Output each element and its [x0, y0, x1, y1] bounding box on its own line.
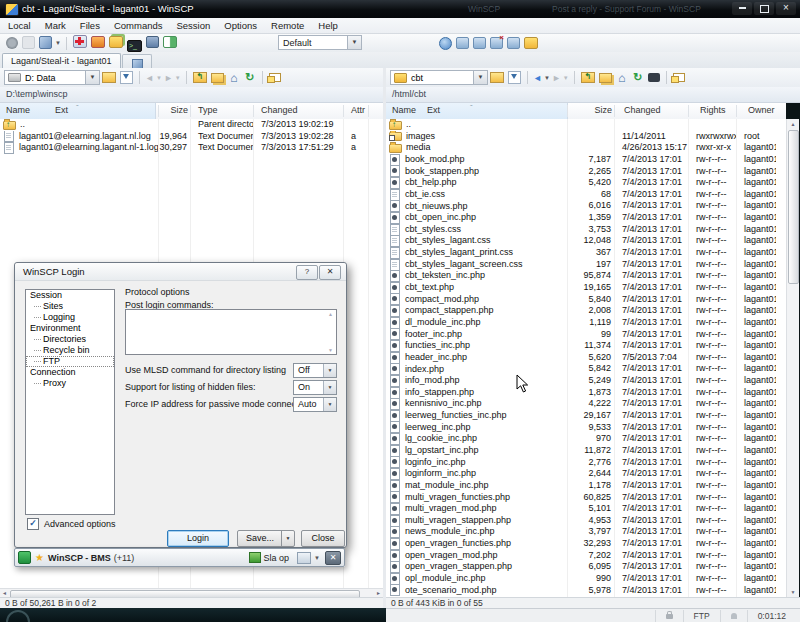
table-row[interactable]: dl_module_inc.php1,1197/4/2013 17:01rw-r… [386, 317, 786, 329]
table-row[interactable]: kennisnivo_inc.php4,2227/4/2013 17:01rw-… [386, 398, 786, 410]
table-row[interactable]: lagant01@elearning.lagant.nl.log19,964Te… [0, 131, 383, 143]
table-row[interactable]: media4/26/2013 15:17rwxr-xr-xlagant01 [386, 142, 786, 154]
table-row[interactable]: footer_inc.php997/4/2013 17:01rw-r--r--l… [386, 329, 786, 341]
table-row[interactable]: functies_inc.php11,3747/4/2013 17:01rw-r… [386, 340, 786, 352]
help-icon[interactable]: ? [296, 265, 318, 280]
option-select[interactable]: Auto▼ [293, 397, 337, 412]
column-attr[interactable]: Attr [351, 105, 365, 115]
transfer-settings-icon[interactable] [91, 36, 105, 48]
table-row[interactable]: open_vragen_stappen.php6,0957/4/2013 17:… [386, 561, 786, 573]
menu-item-mark[interactable]: Mark [45, 20, 66, 31]
home-directory-icon[interactable]: ⌂ [228, 72, 240, 84]
remote-vertical-scrollbar[interactable]: ▲ ▼ [786, 119, 799, 597]
menu-item-local[interactable]: Local [8, 20, 31, 31]
remote-column-header[interactable]: Name Ext ˆ Size Changed Rights Owner [386, 103, 786, 120]
table-row[interactable]: cbt_styles_lagant_print.css3677/4/2013 1… [386, 247, 786, 259]
back-icon[interactable]: ◄ [145, 73, 154, 83]
table-row[interactable]: cbt_text.php19,1657/4/2013 17:01rw-r--r-… [386, 282, 786, 294]
table-row[interactable]: book_stappen.php2,2657/4/2013 17:01rw-r-… [386, 166, 786, 178]
table-row[interactable]: multi_vragen_mod.php5,1017/4/2013 17:01r… [386, 503, 786, 515]
column-changed[interactable]: Changed [261, 105, 298, 115]
table-row[interactable]: compact_mod.php5,8407/4/2013 17:01rw-r--… [386, 294, 786, 306]
option-select[interactable]: Off▼ [293, 363, 337, 378]
table-row[interactable]: lg_opstart_inc.php11,8727/4/2013 17:01rw… [386, 445, 786, 457]
menu-item-remote[interactable]: Remote [271, 20, 304, 31]
find-files-icon[interactable] [648, 73, 660, 82]
table-row[interactable]: opl_module_inc.php9907/4/2013 17:01rw-r-… [386, 573, 786, 585]
directory-tree-icon[interactable] [211, 73, 224, 83]
tree-item-proxy[interactable]: Proxy [26, 378, 114, 389]
table-row[interactable]: leerweg_inc.php9,5337/4/2013 17:01rw-r--… [386, 422, 786, 434]
table-row[interactable]: cbt_styles_lagant_screen.css1977/4/2013 … [386, 259, 786, 271]
forward-icon[interactable]: ► [552, 73, 561, 83]
sync-browse-3-icon[interactable] [490, 37, 503, 49]
table-row[interactable]: .. [386, 119, 786, 131]
tree-item-sites[interactable]: Sites [26, 301, 114, 312]
menu-item-commands[interactable]: Commands [114, 20, 163, 31]
scroll-down-icon[interactable]: ▼ [788, 587, 798, 597]
tree-item-directories[interactable]: Directories [26, 334, 114, 345]
table-row[interactable]: open_vragen_mod.php7,2027/4/2013 17:01rw… [386, 550, 786, 562]
preferences-icon[interactable] [6, 37, 18, 49]
table-row[interactable]: info_mod.php5,2497/4/2013 17:01rw-r--r--… [386, 375, 786, 387]
menu-item-options[interactable]: Options [224, 20, 257, 31]
transfer-profile-select[interactable]: Default ▼ [278, 35, 362, 50]
filter-icon[interactable] [508, 71, 521, 84]
settings-tree[interactable]: SessionSitesLoggingEnvironmentDirectorie… [25, 289, 115, 515]
table-row[interactable]: images11/14/2011rwxrwxrwxroot [386, 131, 786, 143]
table-row[interactable]: ote_scenario_mod.php5,9787/4/2013 17:01r… [386, 585, 786, 597]
close-dialog-button[interactable]: Close [301, 530, 345, 547]
tree-item-environment[interactable]: Environment [26, 323, 114, 334]
table-row[interactable]: header_inc.php5,6207/5/2013 7:04rw-r--r-… [386, 352, 786, 364]
table-row[interactable]: cbt_styles_lagant.css12,0487/4/2013 17:0… [386, 235, 786, 247]
sync-browse-2-icon[interactable] [473, 37, 486, 49]
home-directory-icon[interactable]: ⌂ [616, 72, 628, 84]
remote-file-list[interactable]: ..images11/14/2011rwxrwxrwxrootmedia4/26… [386, 119, 786, 597]
local-path-bar[interactable]: D:\temp\winscp [0, 87, 383, 103]
refresh-icon[interactable]: ↻ [244, 72, 256, 84]
table-row[interactable]: mat_module_inc.php1,1787/4/2013 17:01rw-… [386, 480, 786, 492]
table-row[interactable]: multi_vragen_functies.php60,8257/4/2013 … [386, 492, 786, 504]
column-name[interactable]: Name [6, 105, 30, 115]
table-row[interactable]: ..Parent directory7/3/2013 19:02:19 [0, 119, 383, 131]
menu-item-help[interactable]: Help [318, 20, 338, 31]
table-row[interactable]: cbt_nieuws.php6,0167/4/2013 17:01rw-r--r… [386, 200, 786, 212]
table-row[interactable]: lg_cookie_inc.php9707/4/2013 17:01rw-r--… [386, 433, 786, 445]
login-button[interactable]: Login [167, 530, 229, 547]
forward-icon[interactable]: ► [164, 73, 173, 83]
menu-item-files[interactable]: Files [80, 20, 100, 31]
connection-plug-icon[interactable] [146, 36, 159, 48]
table-row[interactable]: index.php5,8427/4/2013 17:01rw-r--r--lag… [386, 363, 786, 375]
add-symlink-icon[interactable] [269, 73, 281, 82]
table-row[interactable]: cbt_ie.css687/4/2013 17:01rw-r--r--lagan… [386, 189, 786, 201]
minimize-button[interactable] [732, 2, 752, 15]
maximize-button[interactable] [754, 2, 774, 15]
save-button[interactable]: Save... ▼ [237, 530, 295, 547]
sync-browse-1-icon[interactable] [456, 37, 469, 49]
local-folder-icon[interactable] [524, 37, 538, 49]
column-ext[interactable]: Ext [427, 105, 440, 115]
table-row[interactable]: loginfo_inc.php2,7767/4/2013 17:01rw-r--… [386, 457, 786, 469]
table-row[interactable]: cbt_styles.css3,7537/4/2013 17:01rw-r--r… [386, 224, 786, 236]
advanced-options-checkbox[interactable]: ✓ Advanced options [27, 518, 116, 530]
queue-disabled-icon[interactable] [22, 36, 35, 49]
stored-sessions-icon[interactable] [39, 36, 52, 49]
column-type[interactable]: Type [198, 105, 218, 115]
remote-path-bar[interactable]: /html/cbt [386, 87, 800, 103]
local-drive-select[interactable]: D: Data ▼ [4, 70, 100, 85]
new-session-tab[interactable] [122, 54, 152, 69]
local-column-header[interactable]: Name Ext ˆ Size Type Changed Attr [0, 103, 383, 120]
open-directory-icon[interactable] [102, 72, 116, 83]
scroll-right-icon[interactable]: ► [374, 590, 383, 597]
table-row[interactable]: multi_vragen_stappen.php4,9537/4/2013 17… [386, 515, 786, 527]
add-symlink-icon[interactable] [673, 73, 685, 82]
scrollbar-thumb[interactable] [788, 130, 799, 284]
address-globe-icon[interactable] [439, 37, 452, 50]
post-login-commands-input[interactable]: ▲ ▼ [125, 309, 337, 355]
menu-item-session[interactable]: Session [176, 20, 210, 31]
table-row[interactable]: cbt_teksten_inc.php95,8747/4/2013 17:01r… [386, 270, 786, 282]
table-row[interactable]: lagant01@elearning.lagant.nl-1.log30,297… [0, 142, 383, 154]
table-row[interactable]: info_stappen.php1,8737/4/2013 17:01rw-r-… [386, 387, 786, 399]
filter-icon[interactable] [120, 71, 133, 84]
table-row[interactable]: loginform_inc.php2,6447/4/2013 17:01rw-r… [386, 468, 786, 480]
